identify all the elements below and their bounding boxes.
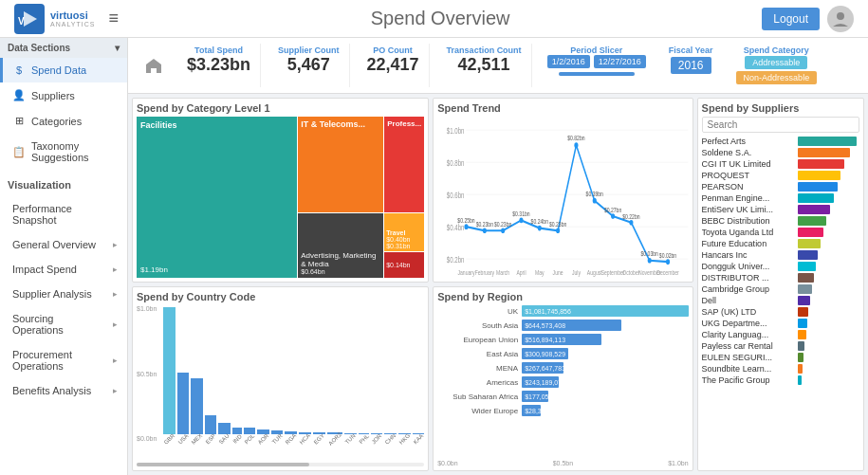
chevron-right-icon: ▸ <box>113 240 118 249</box>
supplier-bar[interactable] <box>798 193 834 203</box>
sidebar-item-general-overview[interactable]: General Overview ▸ <box>0 232 127 257</box>
region-row: Wider Europe$28,389,474 <box>437 405 688 416</box>
country-code-title: Spend by Country Code <box>137 291 424 302</box>
period-start-btn[interactable]: 1/2/2016 <box>547 55 590 68</box>
logout-button[interactable]: Logout <box>762 8 820 30</box>
supplier-bar[interactable] <box>798 296 810 305</box>
supplier-bar[interactable] <box>798 159 844 169</box>
supplier-bar[interactable] <box>798 262 816 271</box>
region-bar[interactable]: $300,908,529 <box>522 348 568 359</box>
country-bar-item: PHL <box>359 307 370 442</box>
sidebar-item-supplier-analysis[interactable]: Supplier Analysis ▸ <box>0 282 127 306</box>
supplier-search-input[interactable] <box>702 117 859 133</box>
country-bar[interactable] <box>232 428 242 434</box>
supplier-name: EULEN SEGURI... <box>702 353 795 362</box>
supplier-bar[interactable] <box>798 284 812 294</box>
country-bar-item: RGA <box>285 307 297 442</box>
supplier-bar[interactable] <box>798 216 827 226</box>
region-bar-value: $1,081,745,856 <box>525 308 571 315</box>
sidebar-item-procurement-ops[interactable]: Procurement Operations ▸ <box>0 342 127 378</box>
treemap-travel: Travel $0.40bn $0.31bn <box>384 213 424 251</box>
category-level1-card: Spend by Category Level 1 Facilities $1.… <box>132 98 429 283</box>
supplier-bar[interactable] <box>798 353 804 362</box>
suppliers-panel: Spend by Suppliers Perfect ArtsSoldene S… <box>697 98 864 471</box>
supplier-row: Hancars Inc <box>702 250 859 260</box>
region-bar[interactable]: $516,894,113 <box>522 334 601 345</box>
country-scrollbar-track[interactable] <box>137 463 424 466</box>
supplier-bar-wrap <box>798 364 859 374</box>
supplier-name: CGI IT UK Limited <box>702 159 795 169</box>
supplier-bar[interactable] <box>798 250 819 260</box>
supplier-name: DISTRIBUTOR ... <box>702 273 795 283</box>
sidebar-item-categories[interactable]: ⊞ Categories <box>0 108 127 134</box>
region-bar[interactable]: $644,573,408 <box>522 320 621 331</box>
supplier-bar[interactable] <box>798 341 805 351</box>
sidebar-item-sourcing-ops[interactable]: Sourcing Operations ▸ <box>0 306 127 342</box>
spend-trend-card: Spend Trend $1.0bn $0.8bn $0. <box>433 98 693 283</box>
svg-point-14 <box>465 224 469 229</box>
supplier-bar-wrap <box>798 216 859 226</box>
region-bar[interactable]: $177,054,622 <box>522 391 548 402</box>
grid-icon: ⊞ <box>12 115 26 127</box>
svg-text:May: May <box>535 268 545 276</box>
country-bar-item: AOR2 <box>327 307 342 442</box>
svg-text:July: July <box>572 268 582 276</box>
sidebar-item-taxonomy[interactable]: 📋 Taxonomy Suggestions <box>0 134 127 170</box>
non-addressable-btn[interactable]: Non-Addressable <box>736 71 818 84</box>
supplier-bar[interactable] <box>798 330 806 339</box>
region-bar[interactable]: $28,389,474 <box>522 405 541 416</box>
supplier-bar[interactable] <box>798 364 803 374</box>
region-card: Spend by Region UK$1,081,745,856South As… <box>433 286 693 471</box>
supplier-bar[interactable] <box>798 319 807 328</box>
supplier-bar[interactable] <box>798 375 802 385</box>
supplier-name: Dell <box>702 296 795 305</box>
supplier-bar-wrap <box>798 273 859 283</box>
country-bar[interactable] <box>218 423 230 434</box>
country-bar[interactable] <box>191 378 203 434</box>
supplier-bar[interactable] <box>798 182 839 192</box>
region-bar[interactable]: $267,647,783 <box>522 362 563 374</box>
supplier-name: BEBC Distribution <box>702 216 795 226</box>
country-bar[interactable] <box>205 415 216 434</box>
country-bar-item: MEX <box>191 307 203 442</box>
chevron-right-icon3: ▸ <box>113 289 118 299</box>
region-label: East Asia <box>437 350 518 358</box>
supplier-bar[interactable] <box>798 273 814 283</box>
supplier-bar[interactable] <box>798 137 857 146</box>
avatar <box>827 6 854 32</box>
region-bar[interactable]: $1,081,745,856 <box>522 305 688 317</box>
treemap-small: $0.14bn <box>384 252 424 278</box>
supplier-name: PEARSON <box>702 182 795 192</box>
supplier-bar[interactable] <box>798 148 851 157</box>
supplier-bar[interactable] <box>798 171 841 180</box>
sidebar-item-spend-data[interactable]: $ Spend Data <box>0 58 127 82</box>
kpi-total-spend: Total Spend $3.23bn <box>177 44 261 87</box>
region-bar-wrap: $28,389,474 <box>522 405 688 416</box>
region-bar[interactable]: $243,189,075 <box>522 376 559 388</box>
supplier-bar[interactable] <box>798 205 830 214</box>
period-slicer: Period Slicer 1/2/2016 12/27/2016 <box>540 44 654 87</box>
country-bars-area: $1.0bn $0.5bn $0.0bn GBRUSAMEXESPSAUINDP… <box>137 305 424 461</box>
hamburger-icon[interactable]: ≡ <box>108 9 119 28</box>
sidebar-item-perf-snapshot[interactable]: Performance Snapshot <box>0 196 127 232</box>
country-bar[interactable] <box>163 307 175 434</box>
sidebar-item-impact-spend[interactable]: Impact Spend ▸ <box>0 257 127 282</box>
region-bar-value: $243,189,075 <box>525 379 565 386</box>
svg-text:V: V <box>18 16 25 27</box>
country-bar-label: PHL <box>358 433 369 445</box>
period-slider[interactable] <box>559 72 635 76</box>
supplier-row: CGI IT UK Limited <box>702 159 859 169</box>
supplier-bar[interactable] <box>798 239 821 248</box>
sidebar-item-benefits-analysis[interactable]: Benefits Analysis ▸ <box>0 378 127 403</box>
supplier-bar[interactable] <box>798 307 809 317</box>
supplier-name: UKG Departme... <box>702 319 795 328</box>
sidebar-item-suppliers[interactable]: 👤 Suppliers <box>0 82 127 108</box>
addressable-btn[interactable]: Addressable <box>745 56 807 69</box>
period-end-btn[interactable]: 12/27/2016 <box>594 55 646 68</box>
spend-trend-title: Spend Trend <box>437 102 688 114</box>
supplier-row: PROQUEST <box>702 171 859 180</box>
country-bar[interactable] <box>177 373 189 434</box>
supplier-bar[interactable] <box>798 228 823 237</box>
country-bar-item: AOR <box>257 307 269 442</box>
home-icon <box>145 57 162 74</box>
